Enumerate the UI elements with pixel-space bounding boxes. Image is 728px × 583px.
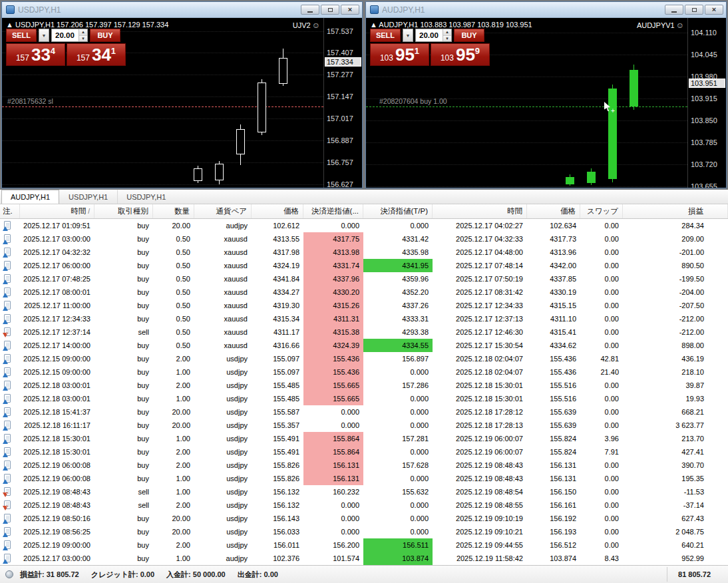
- cell-sl: 4315.26: [303, 299, 363, 312]
- tab-1-usdjpy-h1[interactable]: USDJPY,H1: [59, 190, 117, 204]
- column-header-5[interactable]: 価格: [252, 204, 303, 218]
- table-row[interactable]: 2025.12.18 15:41:37buy20.00usdjpy155.587…: [0, 405, 728, 419]
- table-row[interactable]: 2025.12.18 16:11:17buy20.00usdjpy155.357…: [0, 419, 728, 432]
- buy-order-icon: [4, 341, 11, 349]
- table-row[interactable]: 2025.12.19 09:00:00buy2.00usdjpy156.0111…: [0, 538, 728, 552]
- table-row[interactable]: 2025.12.17 12:34:33buy0.50xauusd4315.344…: [0, 312, 728, 325]
- table-row[interactable]: 2025.12.18 03:00:01buy2.00usdjpy155.4851…: [0, 379, 728, 392]
- restore-button[interactable]: [685, 5, 703, 15]
- table-row[interactable]: 2025.12.15 09:00:00buy1.00usdjpy155.0971…: [0, 365, 728, 379]
- column-header-0[interactable]: 注.: [0, 204, 20, 218]
- right-chart-body[interactable]: ▲ AUDJPY,H1 103.883 103.987 103.819 103.…: [366, 18, 726, 188]
- table-row[interactable]: 2025.12.19 08:56:25buy20.00usdjpy156.033…: [0, 525, 728, 538]
- table-row[interactable]: 2025.12.18 15:30:01buy1.00usdjpy155.4911…: [0, 432, 728, 445]
- order-icon-cell: [0, 365, 20, 379]
- usdjpy-window-titlebar[interactable]: USDJPY,H1 ×: [2, 2, 362, 18]
- cell-swap: 0.00: [580, 259, 623, 272]
- table-row[interactable]: 2025.12.17 01:09:51buy20.00audjpy102.612…: [0, 219, 728, 232]
- tab-0-audjpy-h1[interactable]: AUDJPY,H1: [1, 190, 59, 204]
- buy-order-icon: [4, 221, 11, 230]
- volume-input[interactable]: 20.00 ▲ ▼: [415, 29, 452, 42]
- table-row[interactable]: 2025.12.17 14:00:00buy0.50xauusd4316.664…: [0, 339, 728, 352]
- cell-close-price: 155.436: [527, 352, 580, 365]
- left-price-axis[interactable]: 157.334 157.537157.407157.277157.147157.…: [323, 18, 362, 188]
- close-button[interactable]: ×: [341, 5, 359, 15]
- table-row[interactable]: 2025.12.18 03:00:01buy1.00usdjpy155.4851…: [0, 392, 728, 405]
- order-icon-cell: [0, 259, 20, 272]
- cell-open-time: 2025.12.15 09:00:00: [20, 365, 94, 379]
- tab-2-usdjpy-h1[interactable]: USDJPY,H1: [117, 190, 175, 204]
- cell-close-time: 2025.12.19 08:48:43: [433, 472, 527, 485]
- column-header-6[interactable]: 決済逆指値(...: [303, 204, 363, 218]
- volume-dropdown-button[interactable]: ▼: [403, 29, 413, 42]
- volume-input[interactable]: 20.00 ▲ ▼: [51, 29, 88, 42]
- table-row[interactable]: 2025.12.17 03:00:00buy0.50xauusd4313.554…: [0, 232, 728, 246]
- table-row[interactable]: 2025.12.17 12:37:14sell0.50xauusd4311.17…: [0, 325, 728, 339]
- order-direction-flag: [3, 373, 8, 377]
- audjpy-window-titlebar[interactable]: AUDJPY,H1 ×: [366, 2, 726, 18]
- column-header-1[interactable]: 時間/: [20, 204, 94, 218]
- order-direction-flag: [3, 359, 8, 364]
- column-header-10[interactable]: スワップ: [580, 204, 623, 218]
- table-row[interactable]: 2025.12.17 04:32:32buy0.50xauusd4317.984…: [0, 246, 728, 259]
- cell-profit: 2 048.75: [623, 525, 728, 538]
- buy-button[interactable]: BUY: [454, 29, 484, 42]
- column-header-7[interactable]: 決済指値(T/P): [363, 204, 433, 218]
- buy-price-tile[interactable]: 103 95 9: [431, 43, 490, 66]
- minimize-button[interactable]: [665, 5, 683, 15]
- table-row[interactable]: 2025.12.17 06:00:00buy0.50xauusd4324.194…: [0, 259, 728, 272]
- column-header-9[interactable]: 価格: [527, 204, 580, 218]
- right-price-axis[interactable]: 103.951 104.110104.045103.980103.915103.…: [687, 18, 726, 188]
- volume-down-button[interactable]: ▼: [79, 36, 87, 42]
- cell-close-time: 2025.12.19 09:10:21: [433, 525, 527, 538]
- buy-button[interactable]: BUY: [90, 29, 120, 42]
- table-row[interactable]: 2025.12.17 07:48:25buy0.50xauusd4341.844…: [0, 272, 728, 286]
- column-header-11[interactable]: 損益: [623, 204, 728, 218]
- cell-swap: 0.00: [580, 219, 623, 232]
- column-header-8[interactable]: 時間: [433, 204, 527, 218]
- open-position-line[interactable]: [366, 106, 687, 107]
- cell-volume: 0.50: [153, 232, 194, 246]
- restore-button[interactable]: [321, 5, 339, 15]
- close-button[interactable]: ×: [705, 5, 723, 15]
- cell-open-price: 4334.27: [252, 286, 303, 299]
- order-direction-flag: [3, 413, 8, 417]
- cell-type: buy: [94, 512, 153, 525]
- table-row[interactable]: 2025.12.19 06:00:08buy2.00usdjpy155.8261…: [0, 459, 728, 472]
- table-row[interactable]: 2025.12.17 08:00:01buy0.50xauusd4334.274…: [0, 286, 728, 299]
- table-row[interactable]: 2025.12.19 08:48:43sell2.00usdjpy156.132…: [0, 498, 728, 512]
- volume-up-button[interactable]: ▲: [443, 29, 451, 36]
- order-icon-cell: [0, 352, 20, 365]
- column-header-4[interactable]: 通貨ペア: [194, 204, 252, 218]
- volume-down-button[interactable]: ▼: [443, 36, 451, 42]
- mt5-terminal: USDJPY,H1 × ▲ USDJPY,H1 157.206 157.397 …: [0, 0, 728, 583]
- cell-volume: 1.00: [153, 472, 194, 485]
- sell-button[interactable]: SELL: [6, 29, 37, 42]
- table-row[interactable]: 2025.12.17 11:00:00buy0.50xauusd4319.304…: [0, 299, 728, 312]
- table-row[interactable]: 2025.12.15 09:00:00buy2.00usdjpy155.0971…: [0, 352, 728, 365]
- cell-volume: 2.00: [153, 498, 194, 512]
- volume-up-button[interactable]: ▲: [79, 29, 87, 36]
- cell-swap: 0.00: [580, 498, 623, 512]
- cell-swap: 0.00: [580, 419, 623, 432]
- buy-price-tile[interactable]: 157 34 1: [67, 43, 126, 66]
- table-row[interactable]: 2025.12.18 15:30:01buy2.00usdjpy155.4911…: [0, 445, 728, 459]
- column-header-3[interactable]: 数量: [153, 204, 194, 218]
- sell-price-tile[interactable]: 103 95 1: [370, 43, 429, 66]
- column-header-2[interactable]: 取引種別: [94, 204, 153, 218]
- cell-close-price: 155.516: [527, 379, 580, 392]
- table-row[interactable]: 2025.12.19 06:00:08buy1.00usdjpy155.8261…: [0, 472, 728, 485]
- price-axis-label: 104.045: [691, 51, 717, 59]
- sell-price-tile[interactable]: 157 33 4: [6, 43, 65, 66]
- table-row[interactable]: 2025.12.19 08:50:16buy20.00usdjpy156.143…: [0, 512, 728, 525]
- left-chart-body[interactable]: ▲ USDJPY,H1 157.206 157.397 157.129 157.…: [2, 18, 362, 188]
- volume-dropdown-button[interactable]: ▼: [39, 29, 49, 42]
- stop-loss-order-line[interactable]: [2, 106, 323, 107]
- table-row[interactable]: 2025.12.19 08:48:43sell1.00usdjpy156.132…: [0, 485, 728, 498]
- table-row[interactable]: 2025.12.17 03:00:00buy1.00audjpy102.3761…: [0, 552, 728, 565]
- cell-type: sell: [94, 498, 153, 512]
- minimize-button[interactable]: [301, 5, 319, 15]
- cell-swap: 0.00: [580, 405, 623, 419]
- sell-button[interactable]: SELL: [370, 29, 401, 42]
- account-summary: 損益計: 31 805.72クレジット計: 0.00入金計: 50 000.00…: [20, 570, 278, 580]
